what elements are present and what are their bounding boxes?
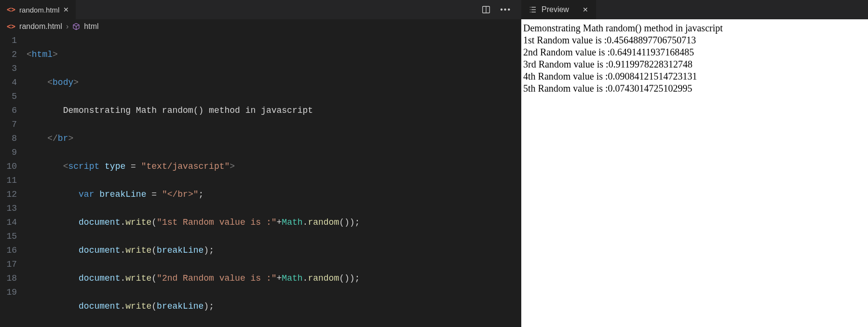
line-gutter: 1 2 3 4 5 6 7 8 9 10 11 12 13 14 15 16 1… xyxy=(0,34,27,327)
line-number: 17 xyxy=(0,258,17,272)
line-number: 2 xyxy=(0,48,17,62)
line-number: 1 xyxy=(0,34,17,48)
preview-pane: Preview ✕ Demonstrating Math random() me… xyxy=(521,0,868,327)
line-number: 15 xyxy=(0,230,17,244)
breadcrumb-file[interactable]: random.html xyxy=(19,22,62,31)
code-line[interactable]: document.write(breakLine); xyxy=(27,244,521,258)
code-line[interactable]: Demonstrating Math random() method in ja… xyxy=(27,104,521,118)
close-icon[interactable]: ✕ xyxy=(63,6,69,14)
close-icon[interactable]: ✕ xyxy=(583,6,588,14)
line-number: 14 xyxy=(0,216,17,230)
preview-line: 3rd Random value is :0.9119978228312748 xyxy=(523,58,866,70)
line-number: 6 xyxy=(0,104,17,118)
breadcrumb: <> random.html › html xyxy=(0,19,521,34)
preview-line: 1st Random value is :0.45648897706750713 xyxy=(523,34,866,46)
line-number: 7 xyxy=(0,118,17,132)
line-number: 12 xyxy=(0,188,17,202)
code-line[interactable]: <body> xyxy=(27,76,521,90)
code-line[interactable]: <script type = "text/javascript"> xyxy=(27,160,521,174)
editor-tab-bar: <> random.html ✕ ••• xyxy=(0,0,521,19)
line-number: 16 xyxy=(0,244,17,258)
symbol-icon xyxy=(72,23,80,30)
code-editor[interactable]: 1 2 3 4 5 6 7 8 9 10 11 12 13 14 15 16 1… xyxy=(0,34,521,327)
line-number: 19 xyxy=(0,286,17,300)
html-file-icon: <> xyxy=(7,5,15,14)
line-number: 9 xyxy=(0,146,17,160)
line-number: 13 xyxy=(0,202,17,216)
preview-line: Demonstrating Math random() method in ja… xyxy=(523,22,866,34)
split-editor-icon[interactable] xyxy=(482,5,490,14)
preview-line: 4th Random value is :0.09084121514723131 xyxy=(523,70,866,82)
line-number: 3 xyxy=(0,62,17,76)
tab-preview[interactable]: Preview ✕ xyxy=(521,0,596,19)
code-content[interactable]: <html> <body> Demonstrating Math random(… xyxy=(27,34,521,327)
code-line[interactable]: var breakLine = "</br>"; xyxy=(27,188,521,202)
editor-tab-actions: ••• xyxy=(472,5,521,14)
preview-tab-label: Preview xyxy=(542,5,569,14)
preview-content: Demonstrating Math random() method in ja… xyxy=(521,19,868,327)
code-line[interactable]: </br> xyxy=(27,132,521,146)
tab-filename: random.html xyxy=(19,6,59,14)
code-line[interactable]: document.write("2nd Random value is :"+M… xyxy=(27,272,521,286)
html-file-icon: <> xyxy=(7,22,15,31)
breadcrumb-separator-icon: › xyxy=(66,22,68,31)
tab-random-html[interactable]: <> random.html ✕ xyxy=(0,0,76,19)
preview-line: 5th Random value is :0.0743014725102995 xyxy=(523,82,866,95)
line-number: 11 xyxy=(0,174,17,188)
breadcrumb-symbol[interactable]: html xyxy=(84,22,98,31)
code-line[interactable]: document.write(breakLine); xyxy=(27,300,521,313)
line-number: 18 xyxy=(0,272,17,286)
line-number: 4 xyxy=(0,76,17,90)
editor-pane: <> random.html ✕ ••• <> random.html › xyxy=(0,0,521,327)
preview-line: 2nd Random value is :0.6491411937168485 xyxy=(523,46,866,58)
code-line[interactable]: <html> xyxy=(27,48,521,62)
preview-tab-bar: Preview ✕ xyxy=(521,0,868,19)
code-line[interactable]: document.write("1st Random value is :"+M… xyxy=(27,216,521,230)
line-number: 5 xyxy=(0,90,17,104)
line-number: 8 xyxy=(0,132,17,146)
line-number: 10 xyxy=(0,160,17,174)
preview-icon xyxy=(529,6,537,14)
more-actions-icon[interactable]: ••• xyxy=(500,5,511,14)
